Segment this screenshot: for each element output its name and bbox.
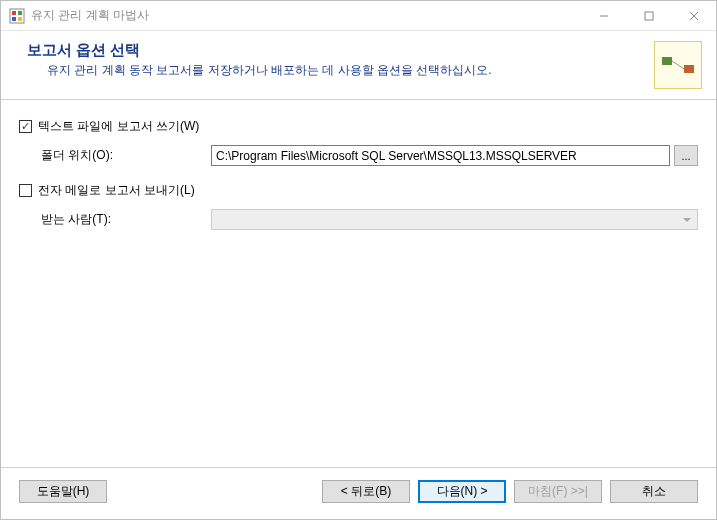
back-button[interactable]: < 뒤로(B) [322, 480, 410, 503]
write-report-row: 텍스트 파일에 보고서 쓰기(W) [19, 118, 698, 135]
minimize-button[interactable] [581, 1, 626, 30]
svg-rect-3 [12, 17, 16, 21]
svg-line-11 [672, 61, 684, 69]
recipient-combo [211, 209, 698, 230]
titlebar: 유지 관리 계획 마법사 [1, 1, 716, 31]
content-area: 텍스트 파일에 보고서 쓰기(W) 폴더 위치(O): ... 전자 메일로 보… [1, 100, 716, 467]
cancel-button[interactable]: 취소 [610, 480, 698, 503]
page-title: 보고서 옵션 선택 [27, 41, 644, 60]
email-report-checkbox[interactable] [19, 184, 32, 197]
close-button[interactable] [671, 1, 716, 30]
header-text: 보고서 옵션 선택 유지 관리 계획 동작 보고서를 저장하거나 배포하는 데 … [27, 41, 644, 79]
recipient-row: 받는 사람(T): [41, 209, 698, 230]
email-report-row: 전자 메일로 보고서 보내기(L) [19, 182, 698, 199]
write-report-label[interactable]: 텍스트 파일에 보고서 쓰기(W) [38, 118, 199, 135]
svg-rect-6 [645, 12, 653, 20]
header-icon [654, 41, 702, 89]
svg-rect-10 [684, 65, 694, 73]
email-report-label[interactable]: 전자 메일로 보고서 보내기(L) [38, 182, 195, 199]
next-button[interactable]: 다음(N) > [418, 480, 506, 503]
folder-path-input[interactable] [211, 145, 670, 166]
svg-rect-2 [18, 11, 22, 15]
folder-label: 폴더 위치(O): [41, 147, 211, 164]
chevron-down-icon [683, 218, 691, 222]
help-button[interactable]: 도움말(H) [19, 480, 107, 503]
recipient-label: 받는 사람(T): [41, 211, 211, 228]
maximize-button[interactable] [626, 1, 671, 30]
browse-button[interactable]: ... [674, 145, 698, 166]
svg-rect-4 [18, 17, 22, 21]
folder-row: 폴더 위치(O): ... [41, 145, 698, 166]
page-subtitle: 유지 관리 계획 동작 보고서를 저장하거나 배포하는 데 사용할 옵션을 선택… [47, 62, 644, 79]
svg-rect-1 [12, 11, 16, 15]
finish-button: 마침(F) >>| [514, 480, 602, 503]
app-icon [9, 8, 25, 24]
wizard-window: 유지 관리 계획 마법사 보고서 옵션 선택 유지 관리 계획 동작 보고서를 … [0, 0, 717, 520]
svg-rect-9 [662, 57, 672, 65]
window-controls [581, 1, 716, 30]
wizard-header: 보고서 옵션 선택 유지 관리 계획 동작 보고서를 저장하거나 배포하는 데 … [1, 31, 716, 100]
footer: 도움말(H) < 뒤로(B) 다음(N) > 마침(F) >>| 취소 [1, 467, 716, 519]
write-report-checkbox[interactable] [19, 120, 32, 133]
window-title: 유지 관리 계획 마법사 [31, 7, 581, 24]
